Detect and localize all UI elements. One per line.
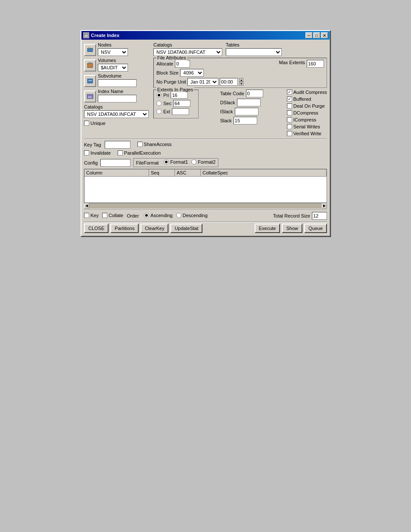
nodes-dropdown[interactable]: NSV [98, 48, 128, 56]
close-button[interactable]: ✕ [321, 32, 328, 38]
dcompress-checkbox[interactable] [287, 110, 292, 115]
block-size-dropdown[interactable]: 4096 [180, 69, 204, 77]
asc-header: ASC [175, 169, 201, 176]
sec-input[interactable] [173, 100, 190, 107]
column-table: Column Seq ASC CollateSpec [84, 169, 327, 203]
ascending-radio[interactable] [144, 213, 149, 218]
pri-input[interactable] [171, 92, 188, 99]
pri-label: Pri [163, 93, 169, 98]
window-title: Create Index [91, 33, 119, 38]
dcompress-label: DCompress [293, 110, 318, 115]
key-tag-input[interactable] [105, 141, 131, 149]
ext-radio[interactable] [156, 109, 162, 114]
maximize-button[interactable]: □ [313, 32, 320, 38]
seq-header: Seq [149, 169, 175, 176]
total-record-size-label: Total Record Size [273, 213, 310, 218]
buffered-label: Buffered [293, 96, 311, 102]
icompress-checkbox[interactable] [287, 117, 292, 122]
collate-checkbox[interactable] [102, 213, 107, 218]
nodes-label: Nodes [98, 42, 151, 47]
svg-rect-4 [87, 63, 93, 68]
index-name-icon: ## [84, 90, 96, 103]
ascending-label: Ascending [150, 213, 172, 218]
minimize-button[interactable]: ─ [305, 32, 312, 38]
invalidate-label: Invalidate [90, 150, 111, 156]
tables-dropdown[interactable] [226, 48, 282, 56]
buffered-checkbox[interactable] [287, 96, 292, 102]
islack-label: ISlack [220, 109, 233, 114]
svg-rect-3 [88, 47, 90, 49]
subvolume-label: Subvolume [98, 73, 151, 78]
title-bar: Create Index ─ □ ✕ [81, 31, 330, 40]
update-stat-button[interactable]: UpdateStat [170, 224, 202, 233]
nodes-icon [84, 44, 96, 56]
share-access-checkbox[interactable] [137, 142, 143, 147]
ext-input[interactable] [172, 108, 189, 115]
sec-radio[interactable] [156, 101, 162, 106]
scroll-right-btn[interactable]: ▶ [322, 203, 327, 208]
audit-compress-checkbox[interactable] [287, 90, 292, 95]
tables-label: Tables [226, 42, 282, 47]
subvolume-icon [84, 75, 96, 87]
scroll-track[interactable] [89, 203, 322, 208]
dslack-input[interactable] [237, 99, 261, 106]
slack-input[interactable] [234, 117, 257, 124]
total-record-size-input[interactable] [312, 212, 327, 220]
audit-compress-label: Audit Compress [293, 90, 327, 95]
allocate-input[interactable] [175, 60, 190, 68]
format1-radio[interactable] [164, 159, 169, 165]
index-name-input[interactable] [98, 95, 137, 103]
islack-input[interactable] [235, 108, 258, 115]
format2-radio[interactable] [191, 159, 196, 165]
index-name-label: Index Name [98, 89, 151, 94]
show-button[interactable]: Show [282, 224, 302, 233]
parallel-execution-checkbox[interactable] [118, 150, 123, 156]
deal-on-purge-checkbox[interactable] [287, 103, 292, 109]
svg-rect-0 [84, 33, 88, 37]
clear-key-button[interactable]: ClearKey [140, 224, 168, 233]
time-input[interactable] [220, 78, 238, 86]
unique-label: Unique [90, 121, 106, 126]
serial-writes-checkbox[interactable] [287, 124, 292, 129]
time-up-btn[interactable]: ▲ [239, 78, 243, 82]
parallel-execution-label: ParallelExecution [124, 150, 161, 156]
max-extents-input[interactable] [307, 60, 324, 68]
catalogs-left-label: Catalogs [84, 104, 151, 109]
execute-button[interactable]: Execute [255, 224, 280, 233]
close-button-bottom[interactable]: CLOSE [84, 224, 109, 233]
invalidate-checkbox[interactable] [84, 150, 89, 156]
descending-radio[interactable] [176, 213, 181, 218]
extents-title: Extents In Pages [156, 87, 194, 92]
file-format-group: FileFormat Format1 Format2 [133, 158, 219, 167]
table-body [84, 177, 327, 202]
share-access-label: ShareAccess [144, 142, 172, 147]
icompress-label: ICompress [293, 117, 316, 122]
time-down-btn[interactable]: ▼ [239, 82, 243, 86]
horizontal-scrollbar[interactable]: ◀ ▶ [84, 203, 327, 208]
slack-label: Slack [220, 118, 232, 123]
svg-rect-6 [87, 79, 93, 83]
volumes-label: Volumes [98, 58, 151, 63]
date-dropdown[interactable]: Jan 01 2000 [187, 78, 218, 86]
scroll-left-btn[interactable]: ◀ [84, 203, 89, 208]
block-size-label: Block Size [156, 70, 178, 75]
catalogs-right-label: Catalogs [153, 42, 222, 47]
ext-label: Ext [163, 109, 170, 114]
no-purge-label: No Purge Unit [156, 79, 186, 84]
verified-write-checkbox[interactable] [287, 131, 292, 136]
file-attributes-title: File Attributes [156, 55, 187, 60]
catalogs-left-dropdown[interactable]: NSV 1DATA00.INFCAT [84, 110, 149, 118]
pri-radio[interactable] [156, 93, 162, 98]
serial-writes-label: Serial Writes [293, 124, 320, 129]
config-input[interactable] [100, 159, 131, 167]
config-label: Config [84, 160, 98, 165]
create-index-window: Create Index ─ □ ✕ [81, 30, 330, 236]
table-code-input[interactable] [246, 90, 263, 97]
queue-button[interactable]: Queue [304, 224, 327, 233]
partitions-button[interactable]: Partitions [110, 224, 139, 233]
volumes-dropdown[interactable]: $AUDIT [98, 64, 128, 72]
unique-checkbox[interactable] [84, 121, 89, 126]
subvolume-input[interactable] [98, 79, 137, 87]
table-code-label: Table Code [220, 91, 244, 96]
key-checkbox[interactable] [84, 213, 89, 218]
